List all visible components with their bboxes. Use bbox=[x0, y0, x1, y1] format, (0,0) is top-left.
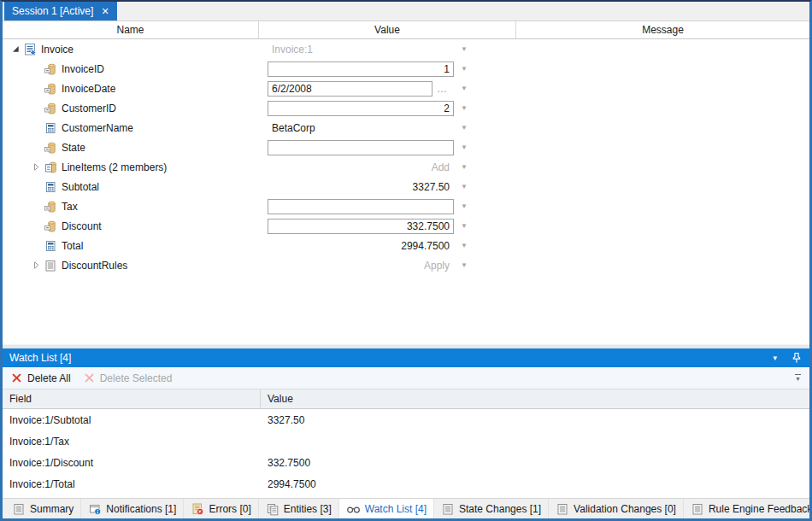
field-icon bbox=[44, 62, 57, 76]
tree-row[interactable]: CustomerID▼ bbox=[3, 98, 809, 118]
validation-changes-icon bbox=[556, 502, 569, 516]
dropdown-icon[interactable]: ▼ bbox=[460, 105, 468, 112]
tab-watch-list-4[interactable]: Watch List [4] bbox=[339, 499, 434, 518]
dropdown-icon[interactable]: ▼ bbox=[460, 262, 468, 269]
column-header-name[interactable]: Name bbox=[3, 21, 258, 38]
session-tab-strip: Session 1 [Active] ✕ bbox=[3, 2, 809, 21]
tab-rule-engine-feedback-9[interactable]: Rule Engine Feedback [9] bbox=[684, 499, 812, 518]
value-input[interactable] bbox=[268, 101, 454, 116]
tree-row[interactable]: InvoiceID▼ bbox=[3, 59, 809, 79]
watch-row[interactable]: Invoice:1/Subtotal3327.50 bbox=[3, 409, 809, 430]
value-input[interactable] bbox=[268, 61, 454, 77]
ellipsis-button[interactable]: … bbox=[437, 84, 448, 94]
row-label: InvoiceID bbox=[62, 63, 104, 75]
column-header-message[interactable]: Message bbox=[515, 21, 809, 38]
dropdown-icon[interactable]: ▼ bbox=[460, 203, 468, 210]
field-icon bbox=[44, 141, 57, 155]
name-cell: Discount bbox=[3, 220, 258, 233]
delete-all-x-icon bbox=[11, 372, 22, 383]
tree-row[interactable]: Discount▼ bbox=[3, 216, 809, 236]
tree-row[interactable]: LineItems (2 members)Add▼ bbox=[3, 157, 809, 177]
tab-label: State Changes [1] bbox=[459, 503, 541, 515]
value-cell: …▼ bbox=[258, 81, 515, 97]
tab-session-1[interactable]: Session 1 [Active] ✕ bbox=[4, 2, 117, 20]
tab-summary[interactable]: Summary bbox=[5, 499, 81, 518]
invoice-icon bbox=[23, 43, 37, 56]
panel-menu-chevron-icon[interactable]: ▾ bbox=[773, 354, 777, 362]
delete-all-label: Delete All bbox=[27, 372, 71, 384]
tab-validation-changes-0[interactable]: Validation Changes [0] bbox=[549, 499, 684, 518]
watch-toolbar: Delete All Delete Selected ▾ bbox=[3, 367, 809, 389]
dropdown-icon[interactable]: ▼ bbox=[460, 223, 468, 230]
value-cell: BetaCorp▼ bbox=[258, 122, 515, 134]
entities-icon bbox=[266, 502, 279, 516]
column-header-value[interactable]: Value bbox=[258, 21, 515, 38]
expander-spacer bbox=[29, 200, 44, 214]
close-icon[interactable]: ✕ bbox=[101, 7, 109, 16]
pin-icon[interactable] bbox=[791, 352, 803, 364]
value-input[interactable] bbox=[268, 219, 454, 234]
delete-all-button[interactable]: Delete All bbox=[11, 372, 71, 384]
tree-row[interactable]: Subtotal3327.50▼ bbox=[3, 177, 809, 196]
value-action-link[interactable]: Apply bbox=[268, 260, 454, 272]
expander-collapsed-icon[interactable] bbox=[29, 259, 44, 272]
value-cell: 2994.7500▼ bbox=[258, 240, 515, 252]
tree-row[interactable]: Tax▼ bbox=[3, 196, 809, 216]
value-input[interactable] bbox=[268, 81, 432, 97]
tab-label: Errors [0] bbox=[209, 503, 250, 515]
value-text: Invoice:1 bbox=[268, 44, 454, 56]
delete-selected-button[interactable]: Delete Selected bbox=[84, 372, 173, 384]
expander-expanded-icon[interactable] bbox=[9, 43, 23, 56]
watch-row[interactable]: Invoice:1/Total2994.7500 bbox=[3, 473, 809, 495]
expander-spacer bbox=[29, 180, 44, 194]
watch-row[interactable]: Invoice:1/Tax bbox=[3, 430, 809, 452]
value-cell: 3327.50▼ bbox=[258, 181, 515, 193]
value-action-link[interactable]: Add bbox=[268, 161, 454, 173]
tree-row[interactable]: Total2994.7500▼ bbox=[3, 236, 809, 255]
watch-row[interactable]: Invoice:1/Discount332.7500 bbox=[3, 452, 809, 473]
tree-row[interactable]: CustomerNameBetaCorp▼ bbox=[3, 118, 809, 138]
dropdown-icon[interactable]: ▼ bbox=[460, 243, 468, 249]
dropdown-icon[interactable]: ▼ bbox=[460, 144, 468, 151]
value-slot: Add bbox=[268, 161, 454, 173]
calc-icon bbox=[44, 180, 57, 194]
value-slot: Apply bbox=[268, 260, 454, 272]
tree-row[interactable]: InvoiceInvoice:1▼ bbox=[3, 39, 809, 59]
row-label: Discount bbox=[62, 220, 102, 232]
calc-icon bbox=[44, 121, 57, 135]
row-label: Tax bbox=[62, 201, 78, 213]
value-input[interactable] bbox=[268, 199, 454, 214]
dropdown-icon[interactable]: ▼ bbox=[460, 184, 468, 190]
watch-panel-title: Watch List [4] bbox=[9, 352, 773, 364]
tree-row[interactable]: State▼ bbox=[3, 138, 809, 157]
tab-label: Entities [3] bbox=[284, 503, 332, 515]
tab-state-changes-1[interactable]: State Changes [1] bbox=[434, 499, 549, 518]
tab-label: Summary bbox=[30, 503, 74, 515]
dropdown-icon[interactable]: ▼ bbox=[460, 164, 468, 171]
row-label: InvoiceDate bbox=[62, 83, 115, 95]
tab-errors-0[interactable]: Errors [0] bbox=[184, 499, 258, 518]
dropdown-icon[interactable]: ▼ bbox=[460, 85, 468, 92]
watch-column-header-value[interactable]: Value bbox=[261, 389, 809, 408]
watch-column-header-field[interactable]: Field bbox=[3, 389, 261, 408]
name-cell: Subtotal bbox=[3, 180, 258, 194]
expander-collapsed-icon[interactable] bbox=[29, 161, 44, 174]
name-cell: DiscountRules bbox=[3, 259, 258, 272]
expander-spacer bbox=[29, 62, 44, 76]
value-slot bbox=[268, 101, 454, 116]
dropdown-icon[interactable]: ▼ bbox=[460, 125, 468, 132]
dropdown-icon[interactable]: ▼ bbox=[460, 46, 468, 53]
toolbar-overflow-icon[interactable]: ▾ bbox=[795, 374, 801, 383]
notifications-icon bbox=[88, 502, 102, 516]
tree-row[interactable]: DiscountRulesApply▼ bbox=[3, 255, 809, 275]
tab-entities-3[interactable]: Entities [3] bbox=[259, 499, 339, 518]
tree-row[interactable]: InvoiceDate…▼ bbox=[3, 79, 809, 98]
name-cell: InvoiceID bbox=[3, 62, 258, 76]
session-tab-label: Session 1 [Active] bbox=[12, 5, 93, 17]
row-label: CustomerID bbox=[62, 102, 116, 114]
value-cell: Add▼ bbox=[258, 161, 515, 173]
value-input[interactable] bbox=[268, 140, 454, 155]
row-label: Total bbox=[62, 240, 83, 252]
dropdown-icon[interactable]: ▼ bbox=[460, 66, 468, 73]
tab-notifications-1[interactable]: Notifications [1] bbox=[81, 499, 184, 518]
